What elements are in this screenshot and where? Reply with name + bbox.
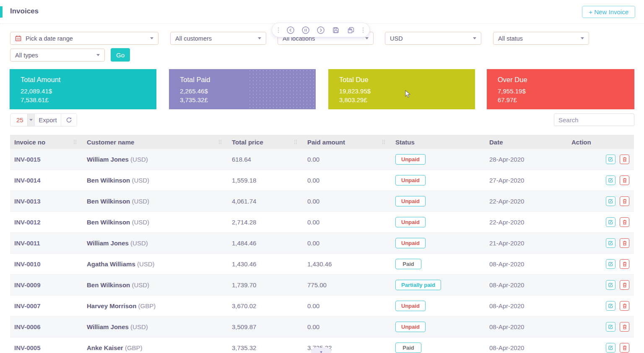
col-total-price[interactable]: Total price	[228, 135, 303, 149]
action-cell	[567, 259, 634, 269]
delete-invoice-button[interactable]	[620, 217, 629, 227]
card-title: Over Due	[498, 76, 623, 84]
drag-handle-icon[interactable]	[277, 26, 280, 35]
card-title: Total Paid	[180, 76, 305, 84]
status-cell: Unpaid	[391, 238, 485, 248]
customers-dropdown[interactable]: All customers	[170, 32, 266, 45]
table-body: INV-0015 William Jones (USD) 618.64 0.00…	[10, 149, 634, 353]
status-badge: Unpaid	[395, 238, 426, 248]
status-cell: Unpaid	[391, 301, 485, 311]
edit-invoice-button[interactable]	[606, 217, 615, 227]
currency-dropdown[interactable]: USD	[385, 32, 481, 45]
go-button[interactable]: Go	[111, 48, 130, 62]
delete-invoice-button[interactable]	[620, 238, 629, 248]
pause-circle-icon[interactable]	[301, 26, 310, 35]
customer-name: Ben Wilkinson (USD)	[83, 281, 228, 289]
table-row[interactable]: INV-0013 Ben Wilkinson (USD) 4,061.74 0.…	[10, 191, 634, 212]
delete-invoice-button[interactable]	[620, 301, 629, 311]
delete-invoice-button[interactable]	[620, 259, 629, 269]
edit-invoice-button[interactable]	[606, 259, 615, 269]
status-cell: Unpaid	[391, 175, 485, 186]
status-cell: Unpaid	[391, 322, 485, 332]
invoice-no: INV-0013	[10, 198, 83, 205]
currency-dropdown-label: USD	[390, 35, 403, 42]
total-price: 1,430.46	[228, 260, 303, 268]
invoice-no: INV-0005	[10, 344, 83, 351]
sort-icon[interactable]	[73, 139, 77, 144]
edit-invoice-button[interactable]	[606, 175, 615, 185]
date-range-picker[interactable]: Pick a date range	[10, 32, 158, 45]
status-badge: Paid	[395, 343, 421, 353]
col-customer-name[interactable]: Customer name	[83, 135, 228, 149]
save-all-icon[interactable]	[346, 26, 356, 35]
calendar-icon	[15, 35, 21, 41]
new-invoice-button[interactable]: + New Invoice	[582, 6, 635, 18]
edit-invoice-button[interactable]	[606, 280, 615, 290]
types-dropdown[interactable]: All types	[10, 49, 105, 62]
invoice-no: INV-0015	[10, 156, 83, 163]
status-badge: Unpaid	[395, 217, 426, 227]
delete-invoice-button[interactable]	[620, 343, 629, 353]
table-row[interactable]: INV-0012 Ben Wilkinson (USD) 2,714.28 0.…	[10, 212, 634, 233]
customer-name: Ben Wilkinson (USD)	[83, 177, 228, 184]
drag-handle-icon[interactable]	[361, 26, 365, 35]
col-paid-amount[interactable]: Paid amount	[303, 135, 391, 149]
edit-invoice-button[interactable]	[606, 343, 615, 353]
chevron-down-icon	[473, 37, 476, 39]
table-row[interactable]: INV-0015 William Jones (USD) 618.64 0.00…	[10, 149, 634, 170]
paid-amount: 0.00	[303, 219, 391, 226]
customer-name: William Jones (USD)	[83, 240, 228, 247]
over-due-card: Over Due 7,955.19$ 67.97£	[487, 69, 634, 109]
paid-amount: 0.00	[303, 323, 391, 330]
sort-icon[interactable]	[218, 139, 222, 144]
total-price: 3,509.87	[228, 323, 303, 330]
chevron-down-icon[interactable]	[27, 114, 34, 126]
card-usd-value: 2,265.46$	[180, 87, 305, 95]
edit-invoice-button[interactable]	[606, 301, 615, 311]
paid-amount: 0.00	[303, 177, 391, 184]
mouse-cursor	[405, 90, 411, 100]
previous-circle-icon[interactable]	[286, 26, 295, 35]
table-row[interactable]: INV-0011 William Jones (USD) 1,484.46 0.…	[10, 233, 634, 254]
action-cell	[567, 217, 634, 227]
table-row[interactable]: INV-0014 Ben Wilkinson (USD) 1,559.18 0.…	[10, 170, 634, 191]
status-badge: Unpaid	[395, 154, 426, 165]
sort-icon[interactable]	[294, 139, 297, 144]
page-header: Invoices + New Invoice	[0, 0, 644, 24]
table-controls: 25 Export	[10, 113, 77, 126]
edit-invoice-button[interactable]	[606, 238, 615, 248]
col-invoice-no[interactable]: Invoice no	[10, 135, 83, 149]
table-row[interactable]: INV-0010 Agatha Williams (USD) 1,430.46 …	[10, 254, 634, 275]
table-row[interactable]: INV-0009 Ben Wilkinson (USD) 1,739.70 77…	[10, 275, 634, 296]
status-dropdown[interactable]: All status	[493, 32, 589, 45]
customer-name: William Jones (USD)	[83, 156, 228, 163]
invoice-date: 22-Apr-2020	[485, 198, 567, 205]
table-row[interactable]: INV-0006 William Jones (USD) 3,509.87 0.…	[10, 317, 634, 338]
col-action: Action	[567, 135, 634, 149]
edit-invoice-button[interactable]	[606, 196, 615, 206]
delete-invoice-button[interactable]	[620, 280, 629, 290]
paid-amount: 0.00	[303, 156, 391, 163]
delete-invoice-button[interactable]	[620, 155, 629, 164]
page-size-select[interactable]: 25	[10, 114, 34, 126]
next-circle-icon[interactable]	[316, 26, 325, 35]
chevron-down-icon	[365, 37, 369, 39]
invoice-date: 08-Apr-2020	[485, 344, 567, 351]
export-button[interactable]: Export	[34, 114, 61, 126]
sort-icon[interactable]	[382, 139, 385, 144]
refresh-button[interactable]	[61, 114, 77, 126]
total-price: 3,735.32	[228, 344, 303, 351]
save-icon[interactable]	[331, 26, 340, 35]
action-cell	[567, 155, 634, 164]
edit-invoice-button[interactable]	[606, 155, 615, 164]
capture-toolbar[interactable]	[272, 23, 370, 37]
delete-invoice-button[interactable]	[620, 322, 629, 332]
card-title: Total Due	[339, 76, 464, 84]
scroll-down-indicator[interactable]: ▼	[311, 348, 331, 353]
delete-invoice-button[interactable]	[620, 196, 629, 206]
search-input[interactable]	[554, 113, 634, 126]
edit-invoice-button[interactable]	[606, 322, 615, 332]
action-cell	[567, 322, 634, 332]
table-row[interactable]: INV-0007 Harvey Morrison (GBP) 3,670.02 …	[10, 296, 634, 317]
delete-invoice-button[interactable]	[620, 175, 629, 185]
